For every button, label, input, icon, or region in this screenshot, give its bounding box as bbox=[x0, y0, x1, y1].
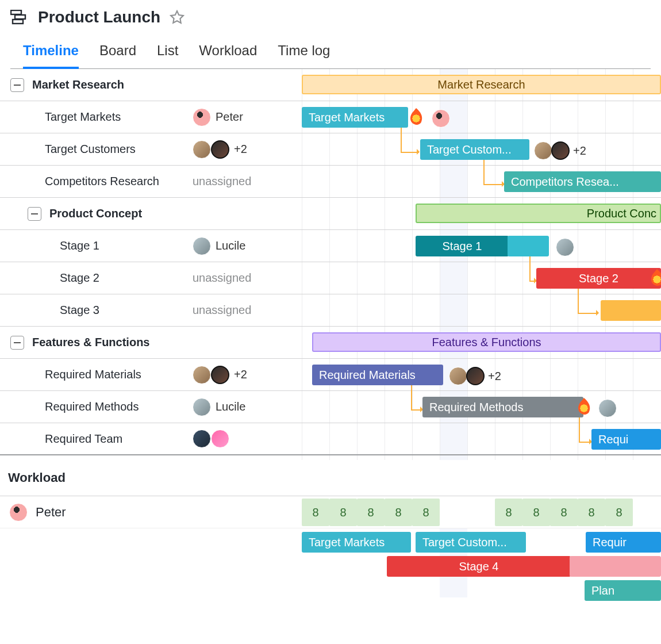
bar-competitors-research[interactable]: Competitors Resea... bbox=[504, 171, 661, 192]
avatar bbox=[534, 141, 552, 160]
collapse-button[interactable] bbox=[28, 207, 41, 221]
group-row-market-research[interactable]: Market Research bbox=[0, 69, 302, 101]
avatar bbox=[432, 109, 450, 128]
avatar bbox=[193, 430, 211, 448]
avatar bbox=[211, 366, 229, 384]
avatar bbox=[193, 237, 211, 255]
bar-target-markets[interactable]: Target Markets bbox=[302, 107, 408, 128]
star-icon[interactable] bbox=[170, 10, 185, 25]
collapse-button[interactable] bbox=[10, 336, 24, 350]
avatar bbox=[193, 366, 211, 384]
bar-stage-1[interactable]: Stage 1 bbox=[416, 236, 509, 256]
page-title: Product Launch bbox=[38, 8, 160, 26]
avatar bbox=[193, 140, 211, 159]
group-row-product-concept[interactable]: Product Concept bbox=[0, 198, 302, 230]
avatar bbox=[211, 430, 229, 448]
svg-rect-0 bbox=[11, 10, 21, 14]
group-row-features[interactable]: Features & Functions bbox=[0, 327, 302, 359]
bar-stage-1-ext[interactable] bbox=[508, 236, 549, 256]
workload-heading: Workload bbox=[0, 460, 661, 496]
bar-required-methods[interactable]: Required Methods bbox=[422, 397, 583, 417]
task-row[interactable]: Target Markets Peter bbox=[0, 101, 302, 133]
bar-required-team[interactable]: Requi bbox=[591, 429, 661, 450]
avatar bbox=[193, 398, 211, 416]
tab-board[interactable]: Board bbox=[99, 43, 136, 68]
wl-bar-plan[interactable]: Plan bbox=[585, 580, 661, 601]
task-row[interactable]: Required Team bbox=[0, 423, 302, 455]
tab-timelog[interactable]: Time log bbox=[278, 43, 330, 68]
workload-hours: 8 8 8 8 8 8 8 8 8 8 bbox=[302, 497, 661, 527]
avatar bbox=[193, 108, 211, 126]
gantt-icon bbox=[10, 10, 29, 25]
flame-icon bbox=[409, 108, 424, 125]
task-row[interactable]: Stage 1 Lucile bbox=[0, 230, 302, 262]
svg-rect-1 bbox=[15, 15, 25, 19]
wl-bar-requir[interactable]: Requir bbox=[586, 532, 661, 553]
svg-rect-2 bbox=[13, 20, 23, 24]
wl-bar-target-markets[interactable]: Target Markets bbox=[302, 532, 411, 553]
tab-timeline[interactable]: Timeline bbox=[23, 43, 79, 69]
avatar bbox=[466, 367, 485, 385]
task-row[interactable]: Required Methods Lucile bbox=[0, 391, 302, 423]
tab-list[interactable]: List bbox=[157, 43, 178, 68]
extra-count: +2 bbox=[573, 144, 586, 158]
tabs: Timeline Board List Workload Time log bbox=[10, 43, 651, 69]
avatar bbox=[551, 141, 570, 160]
collapse-button[interactable] bbox=[10, 78, 24, 92]
task-row[interactable]: Required Materials +2 bbox=[0, 359, 302, 391]
wl-bar-target-customers[interactable]: Target Custom... bbox=[416, 532, 526, 553]
task-row[interactable]: Competitors Research unassigned bbox=[0, 166, 302, 198]
bar-required-materials[interactable]: Required Materials bbox=[312, 365, 443, 385]
group-bar-product-concept[interactable]: Product Conc bbox=[416, 204, 661, 223]
group-bar-market-research[interactable]: Market Research bbox=[302, 75, 661, 94]
group-bar-features[interactable]: Features & Functions bbox=[312, 332, 661, 352]
avatar bbox=[556, 238, 574, 256]
tab-workload[interactable]: Workload bbox=[199, 43, 257, 68]
avatar bbox=[211, 140, 229, 159]
avatar bbox=[449, 367, 467, 385]
task-row[interactable]: Target Customers +2 bbox=[0, 133, 302, 166]
task-row[interactable]: Stage 2 unassigned bbox=[0, 262, 302, 294]
extra-count: +2 bbox=[488, 370, 501, 383]
wl-bar-stage-4-ext[interactable] bbox=[570, 556, 661, 577]
task-row[interactable]: Stage 3 unassigned bbox=[0, 294, 302, 327]
bar-target-customers[interactable]: Target Custom... bbox=[420, 139, 529, 160]
bar-stage-3[interactable] bbox=[601, 300, 661, 321]
avatar bbox=[598, 399, 617, 417]
avatar bbox=[9, 503, 28, 522]
bar-stage-2[interactable]: Stage 2 bbox=[536, 268, 661, 289]
wl-bar-stage-4[interactable]: Stage 4 bbox=[387, 556, 571, 577]
